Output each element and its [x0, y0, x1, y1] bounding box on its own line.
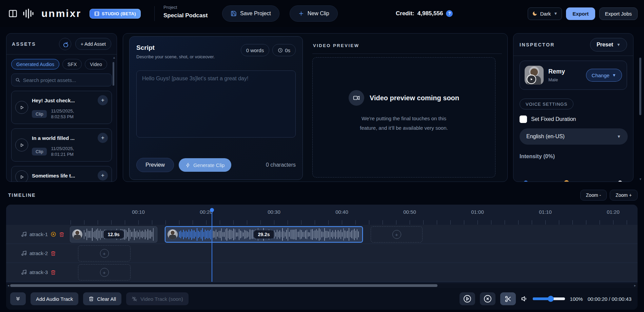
add-to-timeline-button[interactable]: + — [98, 133, 108, 143]
moon-icon — [532, 11, 538, 16]
assets-panel: ASSETS + Add Asset Generated Audios SFX … — [6, 33, 117, 182]
play-button[interactable] — [15, 139, 28, 151]
speaker-avatar — [168, 229, 178, 240]
scroll-right-icon[interactable]: ▸ — [634, 284, 636, 287]
export-button[interactable]: Export — [566, 7, 595, 20]
tab-sfx[interactable]: SFX — [62, 59, 82, 69]
asset-title: In a world filled ... — [32, 135, 75, 141]
track-row: atrack-3 + — [6, 263, 638, 282]
search-input[interactable] — [23, 77, 108, 83]
ruler-label: 01:00 — [471, 209, 484, 215]
credit-value: 4,985,556 — [417, 10, 443, 17]
add-clip-slot[interactable]: + — [371, 226, 423, 243]
clear-all-button[interactable]: Clear All — [83, 292, 121, 305]
scroll-up-icon[interactable]: ▲ — [113, 56, 114, 59]
page-scrollbar[interactable]: ▼ — [639, 31, 642, 183]
timeline-ruler[interactable]: 00:10 00:20 00:30 00:40 00:50 01:00 01:1… — [6, 205, 638, 225]
refresh-assets-button[interactable] — [59, 38, 71, 50]
track-row: atrack-1 12.9s 29.2s + — [6, 225, 638, 244]
preview-button[interactable]: Preview — [136, 158, 174, 172]
asset-title: Sometimes life t... — [32, 173, 75, 179]
voice-settings-label: VOICE SETTINGS — [520, 99, 573, 109]
video-camera-icon — [349, 90, 364, 106]
track-delete-button[interactable] — [51, 270, 56, 275]
slider-handle[interactable] — [564, 180, 569, 182]
stop-button[interactable] — [480, 292, 495, 305]
track-name: atrack-2 — [30, 250, 48, 256]
asset-card[interactable]: Sometimes life t... + — [11, 166, 112, 182]
navbar: unmixr STUDIO (BETA) Project Special Pod… — [0, 0, 644, 27]
volume-slider[interactable] — [533, 296, 565, 302]
slider-max-dot[interactable] — [618, 181, 622, 182]
asset-card[interactable]: Hey! Just check... + Clip 11/25/2025,8:0… — [11, 91, 112, 124]
speaker-icon[interactable] — [521, 295, 528, 303]
plus-circle-icon: + — [100, 249, 109, 258]
duration-badge: 0s — [272, 44, 296, 56]
zoom-in-button[interactable]: Zoom + — [610, 190, 638, 201]
tab-generated-audios[interactable]: Generated Audios — [11, 59, 59, 69]
track-name: atrack-3 — [30, 269, 48, 275]
scroll-left-icon[interactable]: ◂ — [7, 284, 9, 287]
play-button[interactable] — [460, 292, 475, 305]
sidebar-toggle-icon[interactable] — [8, 9, 18, 18]
ruler-label: 00:40 — [335, 209, 348, 215]
scissors-icon — [505, 295, 512, 303]
change-voice-button[interactable]: Change▼ — [586, 69, 622, 82]
studio-badge: STUDIO (BETA) — [90, 9, 141, 19]
refresh-icon — [62, 41, 68, 47]
slider-min-dot[interactable] — [524, 181, 528, 182]
voice-play-button[interactable] — [527, 75, 536, 84]
ruler-label: 01:20 — [607, 209, 620, 215]
add-to-timeline-button[interactable]: + — [98, 95, 108, 105]
nav-right: Dark ▼ Export Export Jobs — [528, 0, 638, 27]
add-clip-slot[interactable]: + — [78, 264, 131, 280]
track-delete-button[interactable] — [59, 232, 64, 237]
playhead[interactable] — [212, 208, 212, 282]
zoom-out-button[interactable]: Zoom - — [580, 190, 607, 201]
ruler-label: 01:10 — [539, 209, 552, 215]
video-track-button[interactable]: Video Track (soon) — [126, 292, 189, 305]
play-icon — [20, 143, 24, 147]
intensity-slider[interactable] — [526, 179, 621, 182]
playhead-handle[interactable] — [210, 208, 214, 212]
scroll-down-icon[interactable]: ▼ — [639, 178, 642, 181]
track-delete-button[interactable] — [51, 251, 56, 256]
asset-search — [11, 74, 112, 86]
generate-clip-button[interactable]: Generate Clip — [179, 158, 232, 172]
track-mute-button[interactable] — [51, 231, 56, 237]
chevron-down-icon: ▼ — [612, 73, 616, 78]
preset-button[interactable]: Preset▼ — [590, 38, 627, 51]
timeline-title: TIMELINE — [8, 192, 36, 198]
scrollbar-thumb[interactable] — [639, 58, 641, 115]
fixed-duration-row[interactable]: Set Fixed Duration — [520, 116, 627, 123]
theme-select[interactable]: Dark ▼ — [528, 7, 562, 20]
play-button[interactable] — [15, 170, 28, 182]
coming-soon-title: Video preview coming soon — [370, 94, 459, 102]
asset-title: Hey! Just check... — [32, 98, 75, 103]
language-select[interactable]: English (en-US) ▼ — [520, 128, 628, 145]
timeline-h-scrollbar[interactable]: ◂ ▸ — [6, 283, 638, 288]
script-subtitle: Describe your scene, shot, or voiceover. — [136, 54, 215, 59]
audio-clip-selected[interactable]: 29.2s — [165, 226, 363, 243]
add-audio-track-button[interactable]: Add Audio Track — [31, 292, 78, 305]
audio-clip[interactable]: 12.9s — [70, 226, 157, 243]
script-input[interactable] — [136, 70, 296, 138]
chevron-down-icon: ▼ — [553, 11, 558, 16]
fixed-duration-checkbox[interactable] — [520, 116, 527, 123]
assets-scrollbar[interactable]: ▲ — [113, 56, 114, 86]
tab-video[interactable]: Video — [85, 59, 107, 69]
add-asset-button[interactable]: + Add Asset — [75, 38, 111, 50]
scrollbar-thumb[interactable] — [10, 284, 437, 287]
asset-card[interactable]: In a world filled ... + Clip 11/25/2025,… — [11, 128, 112, 162]
credit-help-icon[interactable]: ? — [446, 10, 453, 17]
add-clip-slot[interactable]: + — [78, 245, 131, 262]
collapse-timeline-button[interactable] — [10, 292, 26, 305]
volume-thumb[interactable] — [548, 296, 554, 302]
save-project-button[interactable]: Save Project — [222, 5, 279, 22]
new-clip-button[interactable]: New Clip — [290, 5, 338, 22]
nav-left: unmixr STUDIO (BETA) — [8, 0, 141, 27]
export-jobs-button[interactable]: Export Jobs — [599, 7, 638, 20]
split-clip-button[interactable] — [500, 292, 516, 305]
add-to-timeline-button[interactable]: + — [98, 170, 108, 181]
play-button[interactable] — [15, 101, 28, 114]
